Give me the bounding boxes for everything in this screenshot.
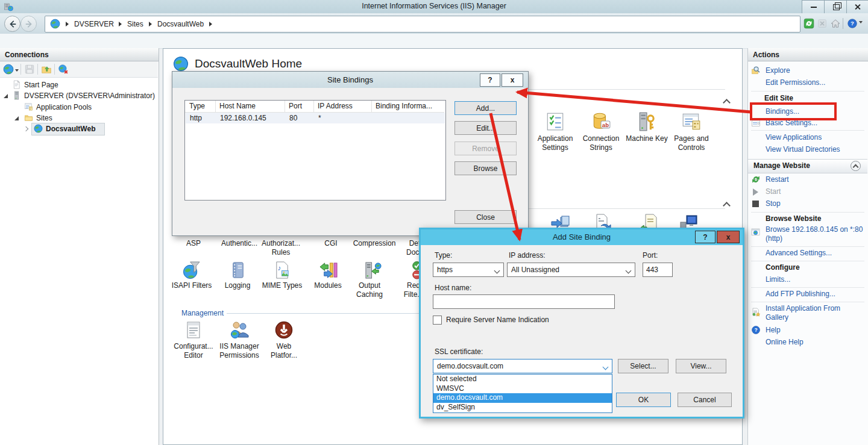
modules-icon[interactable] [319,261,338,279]
dialog-help-button[interactable]: ? [695,231,715,243]
refresh-button[interactable] [802,17,815,30]
collapse-group-icon[interactable] [723,99,731,107]
feature-label[interactable]: ASP [169,239,218,248]
feature-label[interactable]: Web Platfor... [266,342,302,360]
port-input[interactable] [643,263,673,277]
action-start[interactable]: Start [766,187,864,196]
breadcrumb-arrow-icon[interactable] [149,22,152,26]
feature-label[interactable]: Machine Key [620,134,674,143]
breadcrumb-arrow-icon[interactable] [209,22,212,26]
back-button[interactable] [4,16,20,32]
save-connections-icon[interactable] [24,64,35,75]
action-stop[interactable]: Stop [766,199,864,208]
column-separator[interactable] [371,101,372,112]
type-select[interactable]: https [433,263,504,277]
up-level-folder-icon[interactable] [41,64,52,75]
machine-key-icon[interactable] [637,111,657,132]
feature-label[interactable]: Authentic... [215,239,263,248]
configuration-editor-icon[interactable] [184,320,203,340]
column-header-host-name[interactable]: Host Name [219,102,256,110]
binding-row[interactable]: http 192.168.0.145 80 * [186,113,445,123]
action-add-ftp-publishing[interactable]: Add FTP Publishing... [766,290,864,299]
dialog-close-button[interactable]: x [502,73,523,87]
host-name-input[interactable] [433,294,615,309]
feature-label[interactable]: Application Settings [531,134,579,152]
home-button[interactable] [829,17,841,30]
column-header-type[interactable]: Type [189,102,205,110]
delete-connection-icon[interactable] [58,64,69,75]
isapi-filters-icon[interactable] [183,261,201,279]
feature-label[interactable]: ISAPI Filters [168,281,216,290]
edit-binding-button[interactable]: Edit... [454,121,517,135]
view-certificate-button[interactable]: View... [676,359,726,373]
action-limits[interactable]: Limits... [766,275,864,284]
action-advanced-settings[interactable]: Advanced Settings... [766,249,864,258]
breadcrumb-site[interactable]: DocsvaultWeb [157,20,204,28]
ssl-option-not-selected[interactable]: Not selected [433,375,612,384]
web-platform-installer-icon[interactable] [274,320,294,340]
breadcrumb-arrow-icon[interactable] [66,22,69,26]
ssl-option-demo-docsvault[interactable]: demo.docsvault.com [433,393,612,403]
feature-label[interactable]: IIS Manager Permissions [212,342,266,360]
stop-refresh-button[interactable] [816,17,828,30]
action-bindings[interactable]: Bindings... [766,107,864,116]
column-header-ip-address[interactable]: IP Address [318,102,353,110]
management-group-header[interactable]: Management [181,309,224,317]
feature-label[interactable]: Output Caching [351,281,388,299]
browse-binding-button[interactable]: Browse [454,161,517,175]
bindings-list[interactable]: Type Host Name Port IP Address Binding I… [184,100,446,201]
action-view-virtual-directories[interactable]: View Virtual Directories [766,145,864,154]
feature-label[interactable]: Connection Strings [577,134,625,152]
feature-label[interactable]: Pages and Controls [667,134,715,152]
action-explore[interactable]: Explore [766,66,864,75]
expander-closed-icon[interactable] [24,126,28,131]
logging-icon[interactable] [228,261,247,279]
connection-dropdown-caret-icon[interactable] [15,69,19,72]
ok-button[interactable]: OK [616,393,671,407]
breadcrumb-server[interactable]: DVSERVER [74,20,114,28]
expander-open-icon[interactable] [4,94,8,98]
feature-label[interactable]: Authorizat... Rules [257,239,304,257]
feature-label[interactable]: Logging [213,281,262,290]
breadcrumb-sites[interactable]: Sites [127,20,143,28]
add-binding-button[interactable]: Add... [454,101,517,115]
mime-types-icon[interactable] [273,261,292,279]
create-connection-icon[interactable] [3,64,14,75]
help-dropdown-caret-icon[interactable] [859,21,863,23]
collapse-section-button[interactable] [851,161,861,171]
action-restart[interactable]: Restart [766,175,864,184]
connection-strings-icon[interactable] [591,111,611,132]
cancel-button[interactable]: Cancel [678,393,732,407]
minimize-button[interactable] [802,0,826,14]
close-window-button[interactable] [846,0,868,14]
ip-address-select[interactable]: All Unassigned [507,263,635,277]
dialog-help-button[interactable]: ? [480,73,500,87]
forward-button[interactable] [20,16,37,32]
action-basic-settings[interactable]: Basic Settings... [766,119,864,128]
ssl-option-dv-selfsign[interactable]: dv_SelfSign [433,403,612,412]
ssl-option-wmsvc[interactable]: WMSVC [433,384,612,394]
sni-checkbox[interactable] [433,316,442,325]
feature-label[interactable]: MIME Types [258,281,306,290]
feature-label[interactable]: Modules [304,281,352,290]
restore-button[interactable] [824,0,848,14]
expander-open-icon[interactable] [14,116,19,120]
column-separator[interactable] [313,101,314,112]
breadcrumb-arrow-icon[interactable] [119,22,122,26]
address-bar[interactable]: DVSERVER Sites DocsvaultWeb [45,16,800,33]
feature-label[interactable]: CGI [307,239,355,248]
feature-label[interactable]: Compression [350,239,398,248]
ssl-certificate-select[interactable]: demo.docsvault.com [433,359,612,373]
column-header-port[interactable]: Port [289,102,302,110]
action-online-help[interactable]: Online Help [766,338,864,347]
column-separator[interactable] [215,101,216,112]
help-button[interactable] [846,17,858,30]
remove-binding-button[interactable]: Remove [454,142,517,155]
pages-and-controls-icon[interactable] [681,111,702,132]
action-edit-permissions[interactable]: Edit Permissions... [766,78,864,87]
iis-manager-permissions-icon[interactable] [230,320,249,340]
select-certificate-button[interactable]: Select... [618,359,668,373]
dialog-close-button[interactable]: x [717,231,740,243]
close-bindings-button[interactable]: Close [454,210,517,224]
action-browse-link[interactable]: Browse 192.168.0.145 on *:80 (http) [766,225,864,243]
